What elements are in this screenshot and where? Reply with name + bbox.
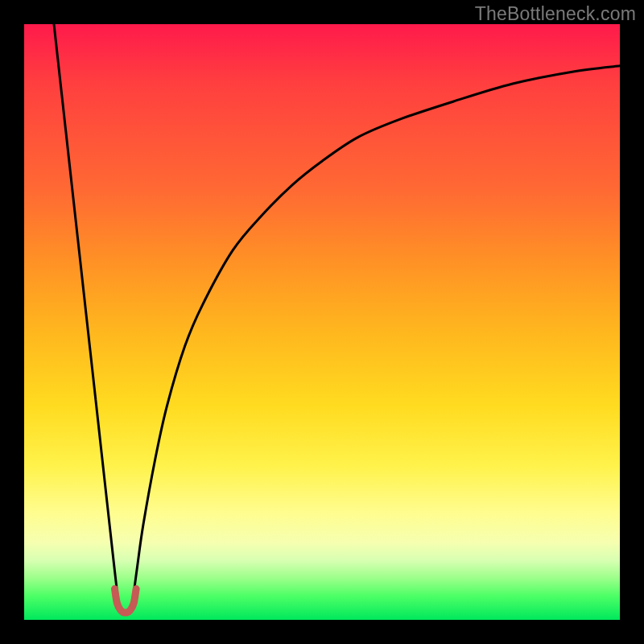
chart-svg bbox=[24, 24, 620, 620]
series-left-branch bbox=[54, 24, 118, 602]
series-dip-marker bbox=[114, 589, 136, 613]
chart-plot-area bbox=[24, 24, 620, 620]
watermark-text: TheBottleneck.com bbox=[475, 3, 636, 25]
series-right-branch bbox=[133, 66, 620, 602]
chart-series-group bbox=[54, 24, 620, 613]
chart-frame: TheBottleneck.com bbox=[0, 0, 644, 644]
